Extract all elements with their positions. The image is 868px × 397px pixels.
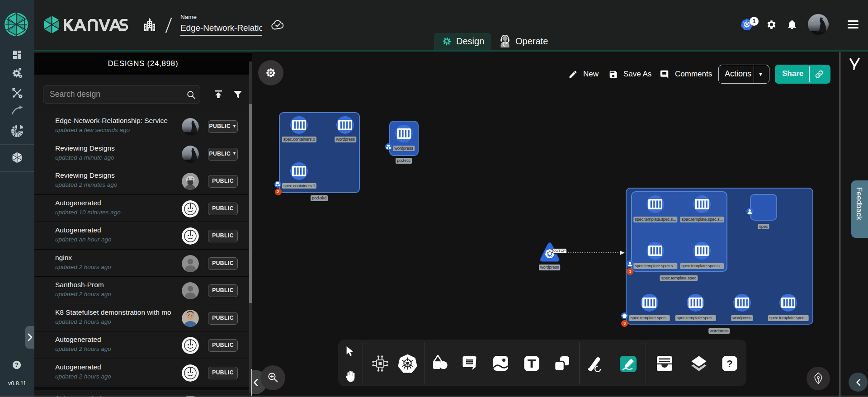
svg-text:?: ? [15,362,18,368]
svg-text:?: ? [726,358,732,369]
